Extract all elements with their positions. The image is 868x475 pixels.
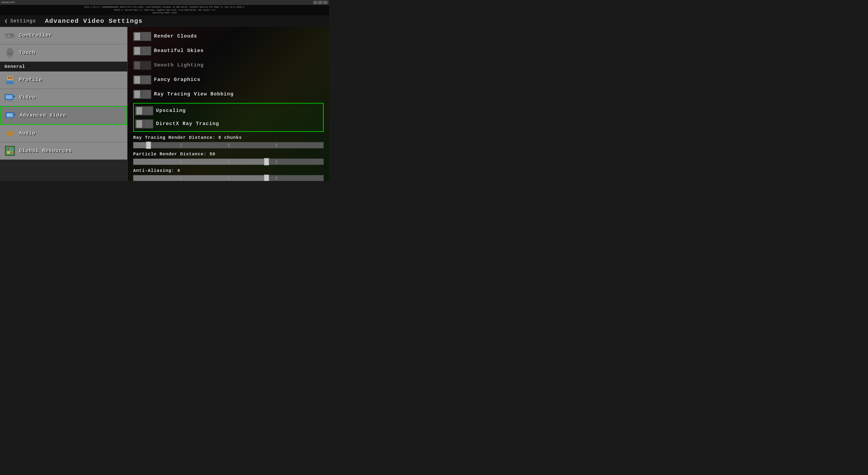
video-label: Video	[19, 94, 36, 100]
toggle-divider	[142, 61, 142, 69]
profile-label: Profile	[19, 77, 42, 83]
sidebar-item-video[interactable]: Video	[0, 89, 127, 106]
toggle-inner	[134, 62, 140, 69]
smooth-lighting-toggle[interactable]	[133, 61, 151, 70]
anti-aliasing-slider[interactable]	[133, 175, 324, 181]
page-title: Advanced Video Settings	[45, 18, 143, 25]
fancy-graphics-label: Fancy Graphics	[154, 77, 200, 83]
fancy-graphics-row: Fancy Graphics	[133, 74, 324, 86]
toggle-inner	[134, 33, 140, 40]
ray-tracing-render-distance-slider[interactable]	[133, 142, 324, 148]
toggle-divider	[144, 120, 144, 128]
audio-icon	[4, 128, 16, 139]
svg-rect-18	[12, 81, 13, 84]
directx-ray-tracing-label: DirectX Ray Tracing	[156, 121, 219, 127]
svg-point-3	[11, 34, 12, 35]
svg-rect-2	[7, 35, 8, 36]
touch-label: Touch	[19, 50, 36, 56]
fancy-graphics-toggle[interactable]	[133, 75, 151, 84]
particle-render-distance-slider[interactable]	[133, 158, 324, 165]
minimize-button[interactable]: ─	[313, 1, 317, 4]
controller-icon	[4, 30, 16, 41]
back-button[interactable]: ❮	[4, 18, 7, 24]
svg-rect-28	[14, 114, 16, 115]
highlighted-group: Upscaling DirectX Ray Tracing	[133, 103, 324, 132]
window-title: Minecraft	[2, 1, 15, 4]
upscaling-row: Upscaling	[135, 105, 322, 117]
upscaling-label: Upscaling	[156, 108, 186, 114]
smooth-lighting-row: Smooth Lighting	[133, 59, 324, 71]
particle-render-distance-label: Particle Render Distance: 50	[133, 152, 324, 157]
general-section-header: General	[0, 62, 127, 71]
svg-rect-16	[7, 81, 13, 84]
smooth-lighting-label: Smooth Lighting	[154, 62, 204, 68]
svg-rect-20	[6, 95, 12, 99]
svg-rect-30	[7, 115, 11, 115]
directx-ray-tracing-row: DirectX Ray Tracing	[135, 118, 322, 130]
svg-rect-41	[10, 148, 13, 150]
svg-point-6	[11, 36, 12, 37]
svg-rect-13	[7, 76, 13, 81]
svg-rect-27	[9, 119, 12, 119]
toggle-divider	[142, 76, 142, 84]
ray-tracing-view-bobbing-label: Ray Tracing View Bobbing	[154, 91, 234, 97]
toggle-divider	[144, 107, 144, 115]
sidebar-item-touch[interactable]: Touch	[0, 44, 127, 62]
anti-aliasing-label: Anti-Aliasing: 4	[133, 168, 324, 173]
svg-rect-36	[5, 146, 15, 147]
svg-point-9	[8, 50, 12, 55]
profile-icon	[4, 75, 16, 86]
svg-rect-40	[7, 148, 9, 150]
svg-rect-22	[8, 101, 12, 101]
window-controls: ─ □ ✕	[313, 1, 327, 4]
svg-rect-43	[10, 151, 13, 154]
svg-rect-14	[8, 77, 9, 79]
directx-ray-tracing-toggle[interactable]	[135, 119, 153, 128]
advanced-video-icon	[5, 110, 16, 121]
content-area: Render Clouds Beautiful Skies Smooth Lig…	[128, 27, 329, 181]
sidebar-item-advanced-video[interactable]: Advanced Video	[0, 106, 127, 125]
controller-label: Controller	[19, 33, 52, 38]
sidebar-item-global-resources[interactable]: Global Resources	[0, 142, 127, 160]
ray-tracing-view-bobbing-toggle[interactable]	[133, 90, 151, 99]
system-info-line2: FPS53.4, ServerTime:1.2, Mem:6123, Highe…	[2, 9, 327, 12]
ray-tracing-render-distance-section: Ray Tracing Render Distance: 8 chunks	[133, 135, 324, 148]
sidebar-item-controller[interactable]: Controller	[0, 27, 127, 44]
sidebar-item-profile[interactable]: Profile	[0, 71, 127, 89]
svg-rect-15	[10, 77, 12, 79]
toggle-inner	[136, 120, 142, 127]
svg-rect-33	[9, 131, 11, 135]
anti-aliasing-section: Anti-Aliasing: 4	[133, 168, 324, 181]
global-resources-label: Global Resources	[19, 148, 72, 154]
beautiful-skies-toggle[interactable]	[133, 47, 151, 55]
sidebar: Controller Touch General	[0, 27, 128, 181]
system-info-bar: beta 1.15.0.7 (RENDERDRAGON) D3D12 RTX C…	[0, 5, 329, 16]
maximize-button[interactable]: □	[318, 1, 322, 4]
render-clouds-label: Render Clouds	[154, 33, 197, 39]
svg-rect-39	[14, 146, 15, 156]
render-clouds-toggle[interactable]	[133, 32, 151, 41]
svg-rect-31	[7, 116, 10, 116]
svg-point-12	[9, 51, 11, 52]
svg-rect-21	[6, 100, 13, 101]
particle-render-distance-section: Particle Render Distance: 50	[133, 152, 324, 165]
settings-back-label[interactable]: Settings	[10, 18, 36, 24]
svg-point-4	[12, 35, 13, 36]
toggle-inner	[134, 47, 140, 55]
toggle-divider	[142, 90, 142, 98]
svg-rect-42	[7, 151, 9, 154]
page-title-bar: ❮ Settings Advanced Video Settings	[0, 16, 329, 27]
touch-icon	[4, 48, 16, 58]
svg-rect-23	[13, 96, 15, 97]
global-resources-icon	[4, 145, 16, 156]
ray-tracing-view-bobbing-row: Ray Tracing View Bobbing	[133, 88, 324, 100]
svg-rect-0	[5, 34, 14, 38]
sidebar-item-audio[interactable]: Audio	[0, 125, 127, 142]
svg-rect-38	[5, 146, 6, 156]
close-button[interactable]: ✕	[323, 1, 327, 4]
video-icon	[4, 92, 16, 103]
toggle-inner	[134, 76, 140, 84]
upscaling-toggle[interactable]	[135, 106, 153, 115]
svg-rect-7	[9, 34, 11, 35]
toggle-inner	[134, 91, 140, 98]
